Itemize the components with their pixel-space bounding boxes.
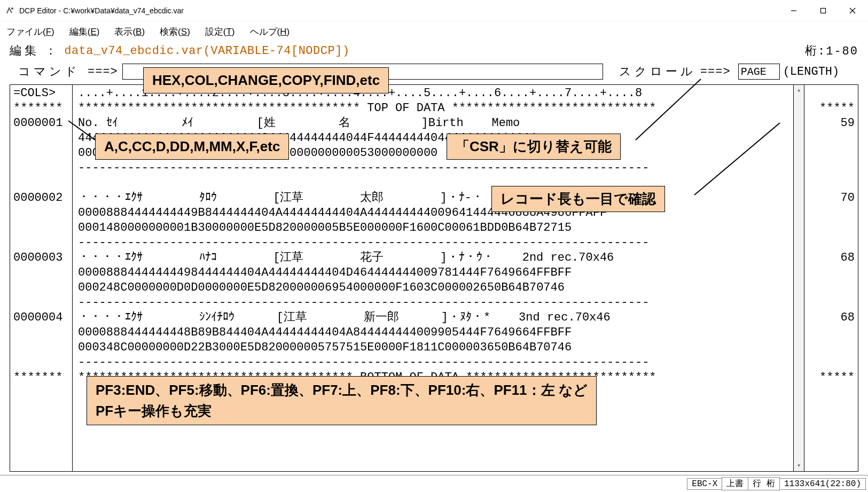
gutter-line: 0000003	[13, 251, 69, 265]
app-icon	[5, 6, 15, 15]
gutter-line: *****	[808, 101, 855, 116]
info-line: 編集 ： data_v74_ebcdic.var(VARIABLE-74[NOD…	[0, 42, 868, 60]
menu-item-e[interactable]: 編集(E)	[69, 26, 100, 38]
gutter-line	[13, 295, 69, 310]
annotation-command-hint: HEX,COL,CHANGE,COPY,FIND,etc	[143, 67, 389, 93]
gutter-line	[808, 176, 855, 191]
dataset-name: data_v74_ebcdic.var(VARIABLE-74[NODCP])	[64, 44, 349, 58]
gutter-line	[808, 265, 855, 280]
annotation-line-commands: A,C,CC,D,DD,M,MM,X,F,etc	[95, 134, 289, 160]
minimize-button[interactable]	[779, 0, 808, 21]
mode-label: 編集	[10, 43, 40, 59]
data-line: ----------------------------------------…	[78, 355, 788, 370]
gutter-line	[13, 340, 69, 355]
gutter-line: 59	[808, 116, 855, 131]
data-line: 0001480000000001B30000000E5D820000005B5E…	[78, 221, 788, 236]
gutter-line: 0000002	[13, 191, 69, 206]
scroll-up-icon[interactable]: ▴	[794, 85, 804, 96]
statusbar: EBC-X 上書 行 桁 1133x641(22:80)	[0, 475, 868, 492]
gutter-line	[808, 131, 855, 146]
gutter-line	[13, 325, 69, 340]
file-path: C:¥work¥Data¥data_v74_ebcdic.var	[63, 6, 184, 15]
arrow-icon: ===>	[88, 65, 118, 79]
data-line: 0000888444444448B89B844404A44444444404A8…	[78, 325, 788, 340]
gutter-line	[13, 146, 69, 161]
encoding-cell: EBC-X	[687, 478, 722, 490]
gutter-line: 70	[808, 191, 855, 206]
gutter-line	[808, 295, 855, 310]
gutter-line	[13, 221, 69, 236]
data-line: 00008884444444498444444404A44444444404D4…	[78, 265, 788, 280]
data-line: ----------------------------------------…	[78, 236, 788, 251]
menubar: ファイル(F)編集(E)表示(B)検索(S)設定(T)ヘルプ(H)	[0, 21, 868, 42]
vertical-scrollbar[interactable]: ▴ ▾	[793, 84, 804, 472]
viewport-size-cell: 1133x641(22:80)	[779, 478, 866, 490]
arrow-icon: ===>	[700, 65, 731, 79]
menu-item-b[interactable]: 表示(B)	[114, 26, 145, 38]
separator: ：	[45, 43, 57, 59]
gutter-line	[808, 325, 855, 340]
data-line: No. ｾｲ ﾒｲ [姓 名 ]Birth Memo	[78, 116, 788, 131]
app-name: DCP Editor	[19, 6, 57, 15]
command-label: コマンド	[18, 64, 80, 80]
svg-point-0	[11, 7, 13, 10]
menu-item-t[interactable]: 設定(T)	[205, 26, 235, 38]
gutter-line: *******	[13, 101, 69, 116]
data-line: ・・・・ｴｸｻ ﾀﾛｳ [江草 太郎 ]・ﾅ-・ first rec.78x48	[78, 191, 788, 206]
gutter-line	[13, 236, 69, 251]
title-text: DCP Editor - C:¥work¥Data¥data_v74_ebcdi…	[19, 6, 184, 15]
data-line: 000348C00000000D22B3000E5D82000000575751…	[78, 340, 788, 355]
gutter-line	[808, 221, 855, 236]
svg-rect-2	[820, 8, 825, 13]
columns-indicator: 桁:1-80	[805, 43, 858, 59]
data-line: 00008884444444449B8444444404A44444444404…	[78, 206, 788, 221]
gutter-line	[13, 265, 69, 280]
gutter-line	[13, 355, 69, 370]
gutter-line	[13, 161, 69, 176]
scroll-down-icon[interactable]: ▾	[794, 460, 804, 471]
gutter-line: 0000004	[13, 310, 69, 325]
scroll-label: スクロール	[619, 64, 696, 80]
data-line: ----------------------------------------…	[78, 161, 788, 176]
gutter-line: 68	[808, 310, 855, 325]
gutter-line	[808, 206, 855, 221]
gutter-line: *****	[808, 370, 855, 385]
gutter-line	[808, 340, 855, 355]
gutter-line	[13, 176, 69, 191]
gutter-line	[808, 236, 855, 251]
command-row: コマンド ===> スクロール ===> (LENGTH)	[0, 60, 868, 83]
menu-item-h[interactable]: ヘルプ(H)	[250, 26, 290, 38]
data-line: ****************************************…	[78, 101, 788, 116]
annotation-pf-hint: PF3:END、PF5:移動、PF6:置換、PF7:上、PF8:下、PF10:右…	[87, 376, 597, 425]
gutter-line: 0000001	[13, 116, 69, 131]
length-label: (LENGTH)	[783, 65, 840, 79]
gutter-line: 68	[808, 251, 855, 265]
rowcol-cell: 行 桁	[748, 477, 780, 490]
data-line: ----------------------------------------…	[78, 295, 788, 310]
gutter-line	[808, 355, 855, 370]
menu-item-s[interactable]: 検索(S)	[160, 26, 190, 38]
data-line: 000248C0000000D0D0000000E5D8200000069540…	[78, 280, 788, 295]
gutter-line: =COLS>	[13, 86, 69, 101]
menu-item-f[interactable]: ファイル(F)	[6, 26, 54, 38]
data-line: ・・・・ｴｸｻ ﾊﾅｺ [江草 花子 ]・ﾅ・ｳ・ 2nd rec.70x46	[78, 251, 788, 265]
data-line: ・・・・ｴｸｻ ｼﾝｲﾁﾛｳ [江草 新一郎 ]・ﾇﾀ・* 3nd rec.70…	[78, 310, 788, 325]
gutter-line	[808, 146, 855, 161]
gutter-line	[13, 131, 69, 146]
data-line	[78, 176, 788, 191]
scroll-input[interactable]	[738, 64, 780, 80]
close-button[interactable]	[838, 0, 867, 21]
line-number-gutter[interactable]: =COLS> *******00000010000002000000300000…	[10, 84, 73, 472]
gutter-line: *******	[13, 370, 69, 385]
length-gutter: *****59706868*****	[804, 84, 858, 472]
gutter-line	[13, 206, 69, 221]
gutter-line	[808, 280, 855, 295]
annotation-scroll-hint: 「CSR」に切り替え可能	[447, 134, 621, 160]
gutter-line	[808, 86, 855, 101]
gutter-line	[13, 280, 69, 295]
maximize-button[interactable]	[808, 0, 838, 21]
titlebar: DCP Editor - C:¥work¥Data¥data_v74_ebcdi…	[0, 0, 868, 21]
insert-mode-cell: 上書	[722, 477, 748, 490]
gutter-line	[808, 161, 855, 176]
annotation-length-hint: レコード長も一目で確認	[491, 186, 665, 212]
